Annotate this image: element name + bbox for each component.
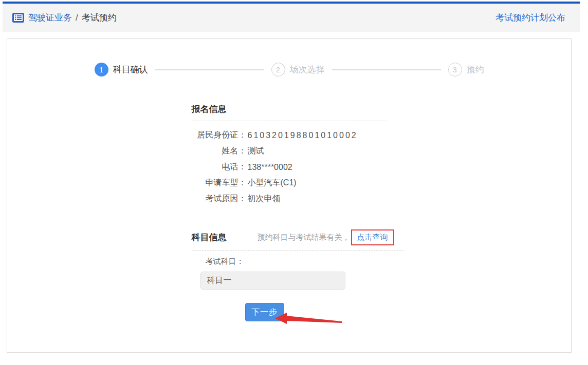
info-row-exam-reason: 考试原因： 初次申领: [192, 191, 387, 207]
info-value: 小型汽车(C1): [248, 178, 297, 188]
info-row-vehicle-type: 申请车型： 小型汽车(C1): [192, 175, 387, 191]
step-subject-confirm: 1 科目确认: [95, 63, 148, 76]
signup-info-title: 报名信息: [192, 103, 387, 121]
next-step-button[interactable]: 下一步: [245, 303, 284, 321]
exam-subject-input[interactable]: [200, 272, 345, 290]
stepper: 1 科目确认 2 场次选择 3 预约: [7, 63, 571, 76]
breadcrumb-root[interactable]: 驾驶证业务: [28, 12, 72, 24]
info-label: 居民身份证：: [192, 130, 247, 141]
info-label: 考试原因：: [192, 194, 247, 204]
main-panel: 1 科目确认 2 场次选择 3 预约 报名信息 居民身份证： 610320198…: [7, 39, 572, 353]
step-3-circle: 3: [448, 63, 462, 76]
query-link[interactable]: 点击查询: [357, 233, 388, 241]
step-2-label: 场次选择: [290, 64, 325, 75]
step-connector: [332, 69, 441, 70]
info-value: 138****0002: [248, 163, 292, 172]
info-value: 测试: [248, 146, 264, 157]
breadcrumb-current: 考试预约: [82, 12, 117, 24]
menu-list-icon: [12, 13, 24, 23]
info-label: 姓名：: [192, 146, 247, 157]
step-connector: [155, 69, 264, 70]
form-area: 报名信息 居民身份证： 610320198801010002 姓名： 测试 电话…: [192, 103, 387, 321]
step-appointment: 3 预约: [448, 63, 484, 76]
exam-plan-link[interactable]: 考试预约计划公布: [495, 12, 565, 24]
exam-subject-label: 考试科目：: [206, 257, 387, 266]
breadcrumb: 驾驶证业务 / 考试预约: [12, 12, 117, 24]
info-row-name: 姓名： 测试: [192, 143, 387, 159]
query-link-highlight-box: 点击查询: [351, 229, 394, 245]
info-row-phone: 电话： 138****0002: [192, 159, 387, 175]
breadcrumb-separator: /: [76, 13, 78, 23]
info-label: 申请车型：: [192, 178, 247, 188]
subject-info-hint: 预约科目与考试结果有关，: [258, 233, 350, 242]
step-3-label: 预约: [467, 64, 484, 75]
info-value: 610320198801010002: [248, 131, 358, 140]
step-2-circle: 2: [271, 63, 285, 76]
step-session-select: 2 场次选择: [271, 63, 325, 76]
info-label: 电话：: [192, 162, 247, 172]
subject-info-header: 科目信息 预约科目与考试结果有关， 点击查询: [192, 229, 403, 251]
subject-info-section: 科目信息 预约科目与考试结果有关， 点击查询 考试科目： 下一步: [192, 229, 387, 321]
top-header: 驾驶证业务 / 考试预约 考试预约计划公布: [3, 2, 580, 32]
step-1-label: 科目确认: [113, 64, 148, 75]
info-row-id-number: 居民身份证： 610320198801010002: [192, 127, 387, 143]
step-1-circle: 1: [95, 63, 108, 76]
signup-info-rows: 居民身份证： 610320198801010002 姓名： 测试 电话： 138…: [192, 127, 387, 207]
subject-info-title: 科目信息: [192, 232, 227, 243]
info-value: 初次申领: [248, 194, 281, 204]
